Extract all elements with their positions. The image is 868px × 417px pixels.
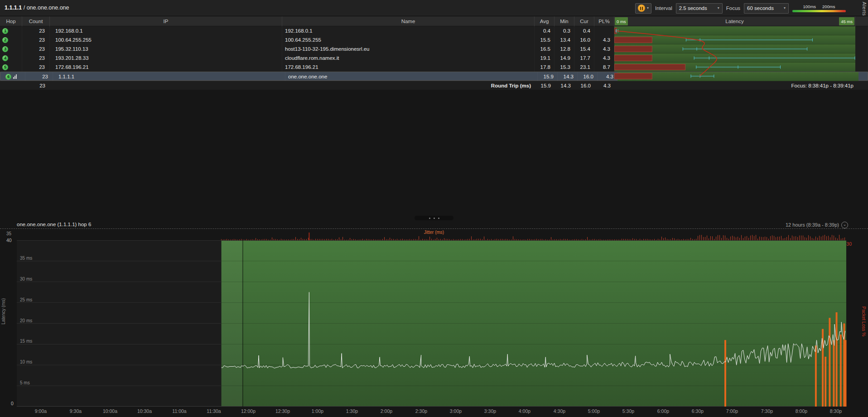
cell-count: 23 [22,35,50,44]
cell-edge [855,53,868,63]
table-row-hop-3[interactable]: 323195.32.110.13host13-110-32-195.dimens… [0,44,868,53]
cell-pl [594,26,614,35]
footer-avg: 15.9 [535,81,555,90]
footer-edge-cell [855,81,868,90]
latency-scale-max: 45 ms [839,17,854,25]
cell-avg: 15.9 [538,72,558,81]
legend-label: 200ms [822,4,835,9]
x-axis-label: 5:30p [612,408,644,414]
pause-button[interactable]: ▾ [635,3,651,14]
table-row-hop-2[interactable]: 223100.64.255.255100.64.255.25515.513.41… [0,35,868,44]
table-row-hop-5[interactable]: 523172.68.196.21172.68.196.2117.815.323.… [0,63,868,72]
table-row-hop-1[interactable]: 123192.168.0.1192.168.0.10.40.30.4 [0,26,868,35]
focus-select[interactable]: 60 seconds ▾ [744,3,789,14]
cell-pl: 4.3 [598,72,617,81]
target-hostname: / one.one.one.one [24,5,69,11]
x-axis-label: 2:00p [371,408,402,414]
jitter-axis-label: Jitter (ms) [0,230,868,235]
time-axis: 9:00a9:30a10:00a10:30a11:00a11:30a12:00p… [0,407,868,417]
cell-edge [855,26,868,35]
cell-avg: 19.1 [535,53,555,63]
x-axis-label: 11:00a [164,408,195,414]
svg-text:5 ms: 5 ms [20,380,30,385]
cell-edge [855,63,868,72]
column-header-name[interactable]: Name [282,16,535,26]
column-header-cur[interactable]: Cur [574,16,594,26]
latency-axis-min: 0 [11,401,14,406]
cell-latency-graph [614,35,855,44]
timeline-plot[interactable]: 40 30 0 Latency (ms) Packet Loss % 35 ms… [0,240,868,407]
cell-min: 15.3 [555,63,574,72]
x-axis-label: 4:30p [544,408,575,414]
interval-value: 2.5 seconds [679,5,707,11]
table-rows: 123192.168.0.1192.168.0.10.40.30.4223100… [0,26,868,81]
column-header-hop[interactable]: Hop [0,16,22,26]
latency-column-label: Latency [725,19,743,24]
column-header-min[interactable]: Min [555,16,574,26]
jitter-strip: 35 Jitter (ms) [0,228,868,240]
hop-status-icon: 4 [2,55,8,61]
cell-hop: 3 [0,44,22,53]
cell-count: 23 [22,44,50,53]
svg-text:30 ms: 30 ms [20,276,32,281]
table-row-hop-6[interactable]: 6231.1.1.1one.one.one.one15.914.316.04.3 [0,72,868,81]
footer-cur: 16.0 [574,81,594,90]
cell-pl: 8.7 [594,63,614,72]
cell-name: 192.168.0.1 [282,26,535,35]
latency-axis-label: Latency (ms) [1,298,6,325]
cell-edge [855,35,868,44]
trace-controls: ▾ Interval 2.5 seconds ▾ Focus 60 second… [635,3,846,14]
cell-ip: 193.201.28.33 [50,53,282,63]
timeline-header: one.one.one.one (1.1.1.1) hop 6 12 hours… [0,221,868,228]
chevron-down-icon: ▾ [647,6,649,10]
cell-pl: 4.3 [594,35,614,44]
timeline-options-icon[interactable]: ⌄ [841,222,848,228]
footer-count: 23 [22,81,50,90]
hop-status-icon: 2 [2,37,8,43]
cell-latency-graph [614,53,855,63]
focus-range-text: Focus: 8:38:41p - 8:39:41p [614,81,855,90]
cell-avg: 15.5 [535,35,555,44]
column-header-avg[interactable]: Avg [535,16,555,26]
interval-select[interactable]: 2.5 seconds ▾ [676,3,723,14]
x-axis-label: 12:30p [267,408,299,414]
cell-edge [858,72,868,81]
pause-icon [638,5,645,12]
interval-label: Interval [655,5,672,11]
cell-hop: 2 [0,35,22,44]
timeline-open-icon [13,74,17,79]
cell-ip: 192.168.0.1 [50,26,282,35]
alerts-tab[interactable]: Alerts [862,2,867,16]
x-axis-label: 7:30p [751,408,783,414]
x-axis-label: 3:00p [440,408,472,414]
column-header-latency[interactable]: 0 ms Latency 45 ms [614,16,855,26]
cell-avg: 16.5 [535,44,555,53]
cell-ip: 100.64.255.255 [50,35,282,44]
hop-table: Hop Count IP Name Avg Min Cur PL% 0 ms L… [0,16,868,90]
cell-latency-graph [614,26,855,35]
x-axis-label: 1:30p [336,408,368,414]
cell-name: 172.68.196.21 [282,63,535,72]
cell-cur: 0.4 [574,26,594,35]
cell-cur: 16.0 [578,72,598,81]
footer-min: 14.3 [555,81,574,90]
column-header-count[interactable]: Count [22,16,50,26]
splitter-handle[interactable] [0,215,868,221]
column-header-pl[interactable]: PL% [594,16,614,26]
target-address: 1.1.1.1 [5,5,22,11]
cell-pl: 4.3 [594,53,614,63]
x-axis-label: 9:00a [25,408,57,414]
cell-hop: 6 [3,72,25,81]
x-axis-label: 4:00p [509,408,540,414]
svg-text:15 ms: 15 ms [20,339,32,344]
cell-latency-graph [614,63,855,72]
hop-status-icon: 3 [2,46,8,52]
cell-latency-graph [617,72,858,81]
topbar: 1.1.1.1 / one.one.one.one ▾ Interval 2.5… [0,0,868,16]
table-row-hop-4[interactable]: 423193.201.28.33cloudflare.rom.namex.it1… [0,53,868,63]
latency-scale-min: 0 ms [615,17,628,25]
column-header-ip[interactable]: IP [50,16,282,26]
svg-text:10 ms: 10 ms [20,359,32,364]
footer-ip-cell [50,81,282,90]
cell-hop: 4 [0,53,22,63]
